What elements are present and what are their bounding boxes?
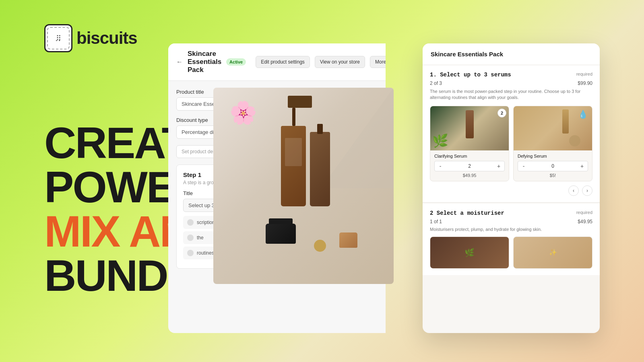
logo-area: ⠿ biscuits — [44, 24, 137, 52]
product-price-defying: $5! — [518, 173, 588, 178]
qty-value: 2 — [466, 163, 474, 169]
store-panel: Skincare Essentials Pack 1. Select up to… — [423, 43, 600, 333]
section2-count: 1 of 1 — [430, 219, 442, 224]
bottle-large — [281, 126, 306, 206]
view-on-store-button[interactable]: View on your store — [315, 56, 365, 68]
product-card-clarifying: 🌿 2 Clarifying Serum - 2 + $49.95 — [430, 106, 509, 181]
section2-meta: 1 of 1 $49.95 — [430, 219, 592, 224]
product-card-image-clarifying: 🌿 2 — [430, 106, 509, 150]
section-nav: ‹ › — [430, 185, 592, 196]
status-badge: Active — [226, 58, 246, 66]
moist-icon-1: 🌿 — [464, 248, 475, 257]
jar-lid — [269, 218, 293, 224]
qty-increase-button-defying[interactable]: + — [578, 162, 586, 170]
step-item-text: scription — [197, 220, 215, 225]
section-required-badge: required — [576, 72, 592, 76]
logo-icon-dots: ⠿ — [47, 27, 70, 49]
quantity-stepper[interactable]: - 2 + — [434, 161, 505, 171]
product-card-body: Clarifying Serum - 2 + $49.95 — [430, 150, 509, 181]
admin-product-title: Skincare Essentials Pack — [188, 50, 221, 74]
section2-header: 2 Select a moisturiser required — [430, 210, 592, 216]
section2-title: 2 Select a moisturiser — [430, 210, 504, 216]
qty-increase-button[interactable]: + — [495, 162, 503, 170]
section-price: $99.90 — [578, 80, 592, 86]
edit-product-settings-button[interactable]: Edit product settings — [256, 56, 310, 68]
quantity-stepper-defying[interactable]: - 0 + — [518, 161, 588, 171]
store-section-serums: 1. Select up to 3 serums required 2 of 3… — [423, 65, 600, 203]
bottle-pump-head — [288, 96, 312, 108]
nav-prev-button[interactable]: ‹ — [568, 185, 579, 196]
flower-decoration: 🌸 — [229, 100, 257, 126]
moist-card-2: ✨ — [513, 237, 592, 269]
product-image-overlay: 🌸 — [213, 88, 394, 284]
logo-icon: ⠿ — [44, 24, 72, 52]
product-card-defying: 💧 Defying Serum - 0 + $5! — [513, 106, 592, 181]
gold-container — [314, 240, 326, 252]
more-actions-button[interactable]: More actions ▾ — [370, 56, 386, 68]
geo-shape — [321, 88, 394, 188]
step-item-text: the — [197, 235, 204, 241]
section-description: The serum is the most power-packed step … — [430, 88, 592, 101]
store-header: Skincare Essentials Pack — [423, 43, 600, 65]
product-name-defying: Defying Serum — [518, 154, 588, 158]
product-card-image-defying: 💧 — [514, 106, 592, 150]
more-actions-label: More actions — [375, 59, 386, 65]
section-meta: 2 of 3 $99.90 — [430, 80, 592, 86]
defying-jar-img — [569, 135, 580, 146]
moist-icon-2: ✨ — [549, 249, 557, 256]
product-name: Clarifying Serum — [434, 154, 505, 158]
serum-bottle-img — [466, 110, 474, 138]
qty-value-defying: 0 — [549, 163, 557, 169]
section2-price: $49.95 — [578, 219, 592, 224]
back-button[interactable]: ← — [176, 58, 183, 66]
bottle-pump-stem — [292, 108, 295, 126]
leaf-icon: 🌿 — [432, 133, 448, 148]
nav-next-button[interactable]: › — [582, 185, 592, 196]
jar-dark — [266, 224, 296, 244]
product-price: $49.95 — [434, 173, 505, 178]
store-product-title: Skincare Essentials Pack — [431, 51, 592, 58]
section-header: 1. Select up to 3 serums required — [430, 72, 592, 78]
section-count: 2 of 3 — [430, 80, 442, 86]
qty-decrease-button[interactable]: - — [436, 162, 444, 170]
step-item-icon — [187, 219, 194, 226]
admin-topbar: ← Skincare Essentials Pack Active Edit p… — [168, 43, 386, 81]
step-item-icon — [187, 250, 194, 256]
moist-card-1: 🌿 — [430, 237, 509, 269]
defying-bottle-img — [562, 109, 569, 134]
bottle-medium — [310, 132, 330, 206]
qty-decrease-button-defying[interactable]: - — [520, 162, 528, 170]
product-image-bg: 🌸 — [213, 88, 394, 284]
moisturizer-cards: 🌿 ✨ — [430, 237, 592, 269]
product-badge: 2 — [497, 109, 506, 117]
section-title-serums: 1. Select up to 3 serums — [430, 72, 511, 78]
product-card-body-defying: Defying Serum - 0 + $5! — [514, 150, 592, 181]
section2-required: required — [576, 210, 592, 216]
step-item-icon — [187, 234, 194, 241]
logo-text: biscuits — [76, 29, 137, 48]
jar-small — [339, 232, 357, 248]
section2-description: Moisturisers protect, plump, and hydrate… — [430, 227, 592, 232]
drops-icon: 💧 — [578, 109, 588, 119]
bottle-label — [285, 138, 302, 166]
product-cards-serums: 🌿 2 Clarifying Serum - 2 + $49.95 — [430, 106, 592, 181]
store-section-moisturiser: 2 Select a moisturiser required 1 of 1 $… — [423, 204, 600, 275]
bottle-medium-pump — [317, 124, 323, 134]
